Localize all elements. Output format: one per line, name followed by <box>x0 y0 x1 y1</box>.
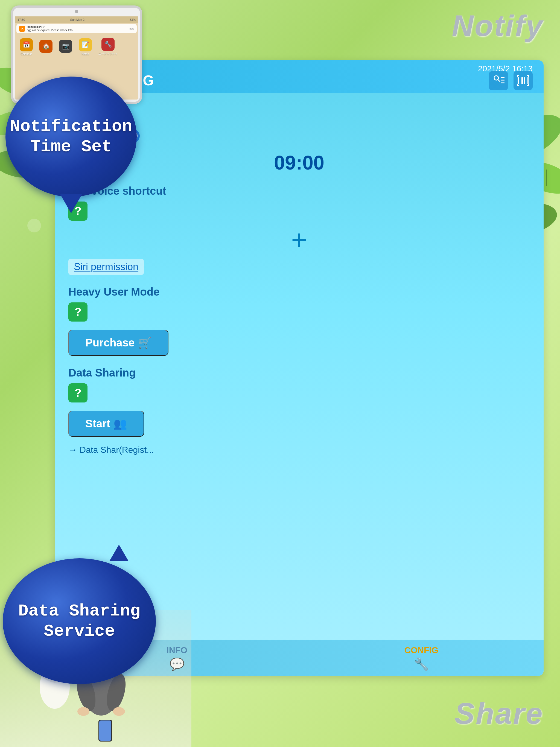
search-list-icon-btn[interactable] <box>489 71 508 90</box>
heavy-user-mode-section: Heavy User Mode ? Purchase 🛒 <box>68 286 530 358</box>
start-sharing-button[interactable]: Start 👥 <box>68 411 144 437</box>
bubble-notification-text-2: Time Set <box>30 137 112 157</box>
svg-point-46 <box>113 707 125 716</box>
purchase-button[interactable]: Purchase 🛒 <box>68 330 169 356</box>
share-people-icon: 👥 <box>113 417 127 430</box>
notif-time: now <box>129 27 134 30</box>
voice-shortcut-title: Use voice shortcut <box>68 185 530 197</box>
tab-config-label: CONFIG <box>404 645 438 655</box>
svg-rect-16 <box>524 77 525 84</box>
home-icon-calendar: 📅 Calendar <box>20 38 33 55</box>
home-icon-utility: 🔧 ユーティリティ <box>98 38 118 56</box>
siri-permission-link[interactable]: Siri permission <box>68 259 144 275</box>
tab-config-icon: 🔧 <box>414 657 429 671</box>
ipad-date: Sun May 2 <box>70 18 84 21</box>
notice-row: Notice <box>68 129 530 143</box>
barcode-scan-icon-btn[interactable] <box>513 71 533 90</box>
data-sharing-title: Data Sharing <box>68 367 530 379</box>
home-icon-camera: 📷 <box>59 40 72 54</box>
home-icon-notes: 📝 Notes <box>79 38 92 55</box>
svg-point-45 <box>77 707 90 716</box>
start-button-label: Start <box>85 417 110 430</box>
data-sharing-sub-label: → Data Shar(Regist... <box>68 445 530 455</box>
expiring-items-title: g items <box>68 109 530 123</box>
bokeh-6 <box>27 219 41 232</box>
add-voice-shortcut-button[interactable]: + <box>68 226 530 254</box>
heavy-user-mode-title: Heavy User Mode <box>68 286 530 298</box>
svg-rect-17 <box>526 77 526 84</box>
bubble-notification: Notification Time Set <box>5 77 137 197</box>
search-list-icon <box>492 75 505 86</box>
ipad-status-bar: 17:30 Sun May 2 33% <box>15 17 138 23</box>
svg-line-9 <box>498 80 500 82</box>
ipad-camera <box>75 10 78 13</box>
svg-rect-22 <box>528 75 529 77</box>
bubble-data-text-1: Data Sharing <box>18 601 140 621</box>
svg-rect-26 <box>528 84 529 86</box>
ipad-battery: 33% <box>130 18 136 21</box>
data-sharing-help-icon[interactable]: ? <box>68 383 87 403</box>
bubble-data-sharing: Data Sharing Service <box>3 558 156 684</box>
home-label-notes: Notes <box>82 52 89 55</box>
bubble-data-text-2: Service <box>44 621 115 641</box>
notify-title: Notify <box>452 8 543 43</box>
notif-app-name: ITEMKEEPER <box>27 26 73 29</box>
home-icon-home: 🏠 <box>40 40 52 54</box>
bubble-notification-text-1: Notification <box>10 117 132 137</box>
header-icons <box>489 71 533 90</box>
tab-config[interactable]: CONFIG 🔧 <box>299 645 543 671</box>
header-datetime: 2021/5/2 16:13 <box>478 64 533 73</box>
ipad-time: 17:30 <box>18 18 25 21</box>
svg-rect-20 <box>517 75 518 77</box>
notif-message: egg will be expired. Please check Info. <box>27 29 73 32</box>
ipad-home-icons: 📅 Calendar 🏠 📷 📝 Notes 🔧 ユーティリテ <box>15 34 138 59</box>
purchase-button-label: Purchase <box>85 337 134 349</box>
svg-point-8 <box>494 76 499 80</box>
svg-rect-18 <box>528 77 529 84</box>
notification-time[interactable]: 09:00 <box>68 152 530 174</box>
barcode-scan-icon <box>517 75 529 86</box>
voice-shortcut-section: Use voice shortcut ? + Siri permission <box>68 185 530 278</box>
cart-icon: 🛒 <box>138 336 152 349</box>
svg-rect-14 <box>520 77 520 84</box>
home-label-calendar: Calendar <box>21 52 32 55</box>
home-label-utility: ユーティリティ <box>98 52 118 56</box>
svg-rect-24 <box>517 84 518 86</box>
heavy-user-help-icon[interactable]: ? <box>68 302 87 321</box>
svg-rect-15 <box>521 77 523 84</box>
svg-rect-13 <box>518 77 519 84</box>
data-sharing-section: Data Sharing ? Start 👥 → Data Shar(Regis… <box>68 367 530 455</box>
expiring-items-section: g items Notice 09:00 <box>68 109 530 174</box>
notif-app-icon: IK <box>19 26 25 32</box>
svg-rect-48 <box>99 720 111 741</box>
share-title: Share <box>455 696 543 730</box>
ipad-notification: IK ITEMKEEPER egg will be expired. Pleas… <box>17 24 137 33</box>
